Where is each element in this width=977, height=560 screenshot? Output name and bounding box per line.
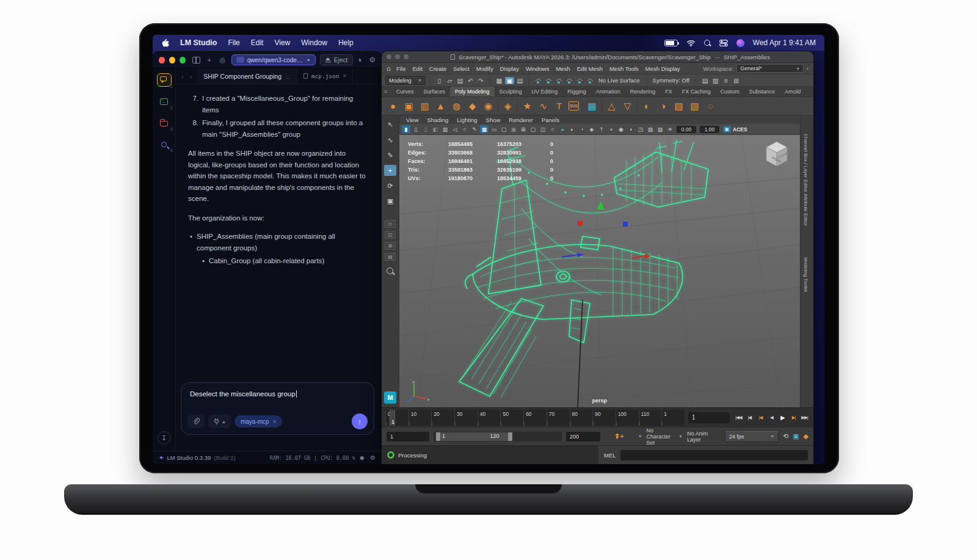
bookmark-icon[interactable]: ◧: [431, 125, 440, 133]
separate-icon[interactable]: ▧: [688, 100, 701, 112]
construction-history-icon[interactable]: ≡: [721, 77, 730, 84]
snap-projected-center-icon[interactable]: ◠: [565, 77, 574, 84]
anim-layer-selector[interactable]: No Anim Layer: [687, 431, 711, 443]
2d-pan-zoom-icon[interactable]: ◁: [451, 125, 459, 133]
shelf-tab[interactable]: Animation: [591, 87, 625, 96]
viewport-canvas[interactable]: Verts: 16854495 16375203 0 Edges: 338036…: [399, 135, 800, 407]
wireframe-icon[interactable]: ○: [548, 125, 557, 133]
shelf-sep[interactable]: [601, 100, 602, 112]
shelf-tab[interactable]: Sculpting: [495, 87, 527, 96]
step-back-key-icon[interactable]: |◀: [755, 413, 766, 423]
color-management-icon[interactable]: ▣: [723, 126, 731, 133]
safe-title-icon[interactable]: ◫: [539, 125, 547, 133]
outliner-layout-icon[interactable]: ▤: [385, 253, 396, 261]
exposure-icon[interactable]: ☀: [666, 125, 674, 133]
maya-menu-item[interactable]: File: [393, 65, 409, 72]
step-forward-key-icon[interactable]: ▶|: [788, 413, 799, 423]
oversampling-icon[interactable]: ○: [460, 125, 469, 133]
shelf-tab[interactable]: Poly Modeling: [450, 87, 495, 96]
downloads-button[interactable]: ↧: [158, 431, 171, 445]
move-tool-icon[interactable]: +: [384, 165, 396, 176]
fps-selector[interactable]: 24 fps ▼: [725, 431, 779, 442]
symmetry-label[interactable]: Symmetry: Off: [651, 77, 692, 84]
panel-menu-item[interactable]: Panels: [537, 117, 564, 123]
playback-range-slider[interactable]: 1 120: [434, 432, 562, 442]
menubar-menu-item[interactable]: Help: [338, 38, 354, 47]
tools-wrench-icon[interactable]: ⚙: [369, 56, 376, 64]
animation-end-field[interactable]: 200: [566, 432, 600, 442]
attribute-editor-tab[interactable]: Attribute Editor: [803, 194, 808, 226]
panel-menu-item[interactable]: Lighting: [452, 117, 481, 123]
current-frame-field[interactable]: 1: [688, 412, 730, 423]
grease-pencil-icon[interactable]: ✎: [470, 125, 479, 133]
play-forwards-icon[interactable]: ▶: [777, 413, 788, 423]
menu-set-selector[interactable]: Modeling ▼: [385, 76, 426, 85]
smooth-icon[interactable]: ◌: [704, 100, 717, 112]
shelf-tab[interactable]: Surfaces: [419, 87, 451, 96]
select-component-icon[interactable]: ▤: [515, 77, 525, 84]
menubar-menu-item[interactable]: View: [274, 38, 290, 47]
user-icon[interactable]: ☻: [359, 454, 366, 461]
control-center-icon[interactable]: [719, 40, 728, 46]
shelf-tab[interactable]: Arnold: [780, 87, 805, 96]
snap-view-plane-icon[interactable]: ◠: [575, 77, 584, 84]
go-to-start-icon[interactable]: |◀◀: [733, 413, 744, 423]
field-chart-icon[interactable]: ⊞: [519, 125, 528, 133]
poly-cylinder-icon[interactable]: ▥: [418, 100, 431, 112]
new-chat-button[interactable]: +: [205, 56, 214, 64]
curve-tool-icon[interactable]: ∿: [537, 100, 550, 112]
menubar-app-name[interactable]: LM Studio: [180, 38, 217, 47]
maya-menu-item[interactable]: Mesh: [553, 65, 573, 72]
lighting-icon[interactable]: ◔: [578, 125, 586, 133]
prompt-settings-icon[interactable]: ◑: [357, 56, 361, 64]
playback-loop-icon[interactable]: ⟲: [783, 432, 788, 440]
poly-plane-icon[interactable]: ◆: [466, 100, 479, 112]
zoom-window-button[interactable]: [404, 54, 409, 59]
menubar-clock[interactable]: Wed Apr 1 9:41 AM: [753, 38, 816, 47]
render-settings-icon[interactable]: ⊞: [732, 77, 741, 84]
boolean-union-icon[interactable]: ◐: [641, 100, 653, 112]
modeling-toolkit-tab[interactable]: Modeling Toolkit: [803, 257, 808, 292]
shelf-sep[interactable]: [582, 100, 583, 112]
workspace-lock-icon[interactable]: ▪: [807, 66, 808, 71]
menubar-menu-item[interactable]: Edit: [251, 38, 264, 47]
shelf-tab[interactable]: Rigging: [562, 87, 591, 96]
close-tab-icon[interactable]: ×: [343, 73, 347, 79]
shelf-sep[interactable]: [517, 100, 518, 112]
select-tool-icon[interactable]: ↖: [384, 119, 396, 130]
sidebar-discover-button[interactable]: 4: [157, 137, 172, 151]
close-window-button[interactable]: [159, 57, 165, 64]
eject-model-button[interactable]: Eject: [320, 54, 353, 65]
combine-icon[interactable]: ▨: [672, 100, 685, 112]
joints-xray-icon[interactable]: ▨: [656, 125, 664, 133]
step-back-frame-icon[interactable]: |◀: [744, 413, 755, 423]
single-pane-layout-icon[interactable]: ▭: [385, 220, 396, 228]
minimize-window-button[interactable]: [395, 54, 400, 59]
runtime-badge-icon[interactable]: ◎: [218, 56, 227, 64]
redo-icon[interactable]: ↷: [476, 77, 485, 84]
animation-start-field[interactable]: 1: [387, 432, 429, 442]
rotate-tool-icon[interactable]: ⟳: [384, 180, 396, 191]
panel-menu-item[interactable]: View: [402, 117, 423, 123]
four-pane-layout-icon[interactable]: ⊞: [385, 242, 396, 250]
battery-icon[interactable]: [664, 40, 678, 46]
select-hierarchy-icon[interactable]: ▦: [495, 77, 504, 84]
sidebar-chat-button[interactable]: 1: [157, 73, 172, 87]
auto-key-icon[interactable]: ▣: [793, 432, 799, 440]
snap-curve-icon[interactable]: ◠: [544, 77, 553, 84]
timeline-ruler[interactable]: 01020304050607080901001101 1: [385, 410, 685, 426]
image-plane-icon[interactable]: ▥: [441, 125, 449, 133]
snap-point-icon[interactable]: ◠: [554, 77, 564, 84]
select-camera-icon[interactable]: ▮: [402, 125, 410, 133]
toggle-sidebar-icon[interactable]: [192, 57, 200, 64]
shelf-sep[interactable]: [498, 100, 498, 112]
shelf-tab[interactable]: Substance: [744, 87, 780, 96]
play-backwards-icon[interactable]: ◀: [766, 413, 777, 423]
grid-icon[interactable]: ▦: [480, 125, 488, 133]
zoom-window-button[interactable]: [180, 57, 186, 64]
drop-object-icon[interactable]: ▽: [621, 100, 634, 112]
input-connections-icon[interactable]: ▤: [700, 77, 710, 84]
new-scene-icon[interactable]: ▯: [435, 77, 444, 84]
send-message-button[interactable]: ↑: [352, 413, 368, 429]
workspace-selector[interactable]: General* ▼: [736, 64, 804, 73]
